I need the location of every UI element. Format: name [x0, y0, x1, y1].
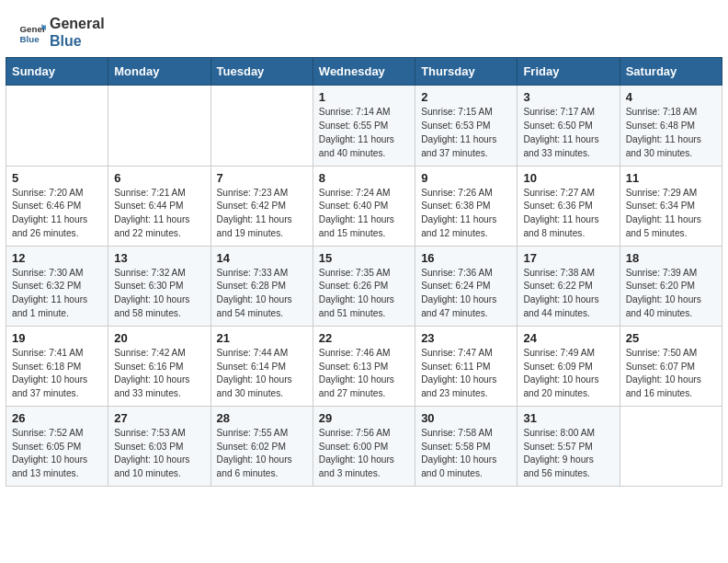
day-number: 7 — [217, 171, 307, 185]
day-cell: 10Sunrise: 7:27 AMSunset: 6:36 PMDayligh… — [518, 166, 620, 246]
day-cell: 4Sunrise: 7:18 AMSunset: 6:48 PMDaylight… — [620, 86, 722, 166]
day-header-wednesday: Wednesday — [313, 58, 415, 86]
day-cell: 15Sunrise: 7:35 AMSunset: 6:26 PMDayligh… — [313, 246, 415, 326]
day-content: Sunrise: 7:41 AMSunset: 6:18 PMDaylight:… — [12, 347, 102, 401]
day-cell: 31Sunrise: 8:00 AMSunset: 5:57 PMDayligh… — [518, 406, 620, 486]
week-row-4: 19Sunrise: 7:41 AMSunset: 6:18 PMDayligh… — [6, 326, 722, 406]
day-number: 18 — [626, 251, 716, 265]
day-content: Sunrise: 8:00 AMSunset: 5:57 PMDaylight:… — [523, 427, 613, 481]
day-cell: 27Sunrise: 7:53 AMSunset: 6:03 PMDayligh… — [108, 406, 210, 486]
day-number: 5 — [12, 171, 102, 185]
calendar-header-row: SundayMondayTuesdayWednesdayThursdayFrid… — [6, 58, 722, 86]
day-content: Sunrise: 7:33 AMSunset: 6:28 PMDaylight:… — [217, 267, 307, 321]
day-cell — [6, 86, 108, 166]
day-cell — [210, 86, 313, 166]
day-number: 11 — [626, 171, 716, 185]
day-cell: 2Sunrise: 7:15 AMSunset: 6:53 PMDaylight… — [415, 86, 518, 166]
day-header-saturday: Saturday — [620, 58, 722, 86]
day-content: Sunrise: 7:15 AMSunset: 6:53 PMDaylight:… — [421, 106, 511, 160]
page-header: General Blue General Blue — [0, 0, 728, 57]
day-cell: 3Sunrise: 7:17 AMSunset: 6:50 PMDaylight… — [518, 86, 620, 166]
day-content: Sunrise: 7:18 AMSunset: 6:48 PMDaylight:… — [626, 106, 716, 160]
day-number: 25 — [626, 331, 716, 345]
day-number: 23 — [421, 331, 511, 345]
svg-text:Blue: Blue — [20, 34, 40, 44]
week-row-3: 12Sunrise: 7:30 AMSunset: 6:32 PMDayligh… — [6, 246, 722, 326]
day-cell: 8Sunrise: 7:24 AMSunset: 6:40 PMDaylight… — [313, 166, 415, 246]
day-number: 12 — [12, 251, 102, 265]
day-cell: 30Sunrise: 7:58 AMSunset: 5:58 PMDayligh… — [415, 406, 518, 486]
logo-blue: Blue — [50, 32, 105, 50]
day-cell: 22Sunrise: 7:46 AMSunset: 6:13 PMDayligh… — [313, 326, 415, 406]
day-header-tuesday: Tuesday — [210, 58, 313, 86]
day-cell: 7Sunrise: 7:23 AMSunset: 6:42 PMDaylight… — [210, 166, 313, 246]
day-number: 27 — [114, 411, 204, 425]
day-content: Sunrise: 7:20 AMSunset: 6:46 PMDaylight:… — [12, 187, 102, 241]
day-number: 28 — [217, 411, 307, 425]
week-row-2: 5Sunrise: 7:20 AMSunset: 6:46 PMDaylight… — [6, 166, 722, 246]
day-content: Sunrise: 7:35 AMSunset: 6:26 PMDaylight:… — [319, 267, 409, 321]
day-cell: 13Sunrise: 7:32 AMSunset: 6:30 PMDayligh… — [108, 246, 210, 326]
day-cell: 12Sunrise: 7:30 AMSunset: 6:32 PMDayligh… — [6, 246, 108, 326]
day-cell: 21Sunrise: 7:44 AMSunset: 6:14 PMDayligh… — [210, 326, 313, 406]
day-content: Sunrise: 7:53 AMSunset: 6:03 PMDaylight:… — [114, 427, 204, 481]
day-content: Sunrise: 7:55 AMSunset: 6:02 PMDaylight:… — [217, 427, 307, 481]
day-number: 31 — [523, 411, 613, 425]
day-number: 4 — [626, 90, 716, 104]
day-cell: 17Sunrise: 7:38 AMSunset: 6:22 PMDayligh… — [518, 246, 620, 326]
logo: General Blue General Blue — [18, 15, 105, 50]
day-content: Sunrise: 7:46 AMSunset: 6:13 PMDaylight:… — [319, 347, 409, 401]
day-cell: 29Sunrise: 7:56 AMSunset: 6:00 PMDayligh… — [313, 406, 415, 486]
day-cell: 16Sunrise: 7:36 AMSunset: 6:24 PMDayligh… — [415, 246, 518, 326]
day-cell: 5Sunrise: 7:20 AMSunset: 6:46 PMDaylight… — [6, 166, 108, 246]
day-content: Sunrise: 7:21 AMSunset: 6:44 PMDaylight:… — [114, 187, 204, 241]
day-header-thursday: Thursday — [415, 58, 518, 86]
day-header-monday: Monday — [108, 58, 210, 86]
day-content: Sunrise: 7:50 AMSunset: 6:07 PMDaylight:… — [626, 347, 716, 401]
day-number: 6 — [114, 171, 204, 185]
day-number: 15 — [319, 251, 409, 265]
day-number: 3 — [523, 90, 613, 104]
day-content: Sunrise: 7:38 AMSunset: 6:22 PMDaylight:… — [523, 267, 613, 321]
day-cell: 23Sunrise: 7:47 AMSunset: 6:11 PMDayligh… — [415, 326, 518, 406]
day-content: Sunrise: 7:42 AMSunset: 6:16 PMDaylight:… — [114, 347, 204, 401]
day-cell: 19Sunrise: 7:41 AMSunset: 6:18 PMDayligh… — [6, 326, 108, 406]
day-content: Sunrise: 7:27 AMSunset: 6:36 PMDaylight:… — [523, 187, 613, 241]
day-content: Sunrise: 7:49 AMSunset: 6:09 PMDaylight:… — [523, 347, 613, 401]
day-content: Sunrise: 7:30 AMSunset: 6:32 PMDaylight:… — [12, 267, 102, 321]
day-content: Sunrise: 7:58 AMSunset: 5:58 PMDaylight:… — [421, 427, 511, 481]
day-number: 10 — [523, 171, 613, 185]
day-cell: 26Sunrise: 7:52 AMSunset: 6:05 PMDayligh… — [6, 406, 108, 486]
day-cell: 9Sunrise: 7:26 AMSunset: 6:38 PMDaylight… — [415, 166, 518, 246]
day-content: Sunrise: 7:44 AMSunset: 6:14 PMDaylight:… — [217, 347, 307, 401]
day-header-friday: Friday — [518, 58, 620, 86]
day-content: Sunrise: 7:47 AMSunset: 6:11 PMDaylight:… — [421, 347, 511, 401]
day-content: Sunrise: 7:32 AMSunset: 6:30 PMDaylight:… — [114, 267, 204, 321]
day-number: 13 — [114, 251, 204, 265]
logo-general: General — [50, 15, 105, 32]
day-content: Sunrise: 7:39 AMSunset: 6:20 PMDaylight:… — [626, 267, 716, 321]
day-number: 1 — [319, 90, 409, 104]
day-content: Sunrise: 7:17 AMSunset: 6:50 PMDaylight:… — [523, 106, 613, 160]
day-content: Sunrise: 7:36 AMSunset: 6:24 PMDaylight:… — [421, 267, 511, 321]
day-number: 26 — [12, 411, 102, 425]
day-number: 17 — [523, 251, 613, 265]
day-number: 30 — [421, 411, 511, 425]
day-cell: 6Sunrise: 7:21 AMSunset: 6:44 PMDaylight… — [108, 166, 210, 246]
calendar-table: SundayMondayTuesdayWednesdayThursdayFrid… — [6, 57, 722, 487]
day-number: 22 — [319, 331, 409, 345]
day-number: 9 — [421, 171, 511, 185]
day-number: 14 — [217, 251, 307, 265]
week-row-5: 26Sunrise: 7:52 AMSunset: 6:05 PMDayligh… — [6, 406, 722, 486]
day-cell: 14Sunrise: 7:33 AMSunset: 6:28 PMDayligh… — [210, 246, 313, 326]
day-cell: 18Sunrise: 7:39 AMSunset: 6:20 PMDayligh… — [620, 246, 722, 326]
day-header-sunday: Sunday — [6, 58, 108, 86]
day-number: 29 — [319, 411, 409, 425]
day-content: Sunrise: 7:56 AMSunset: 6:00 PMDaylight:… — [319, 427, 409, 481]
week-row-1: 1Sunrise: 7:14 AMSunset: 6:55 PMDaylight… — [6, 86, 722, 166]
day-cell: 25Sunrise: 7:50 AMSunset: 6:07 PMDayligh… — [620, 326, 722, 406]
day-cell — [108, 86, 210, 166]
day-number: 8 — [319, 171, 409, 185]
day-cell: 11Sunrise: 7:29 AMSunset: 6:34 PMDayligh… — [620, 166, 722, 246]
day-content: Sunrise: 7:26 AMSunset: 6:38 PMDaylight:… — [421, 187, 511, 241]
